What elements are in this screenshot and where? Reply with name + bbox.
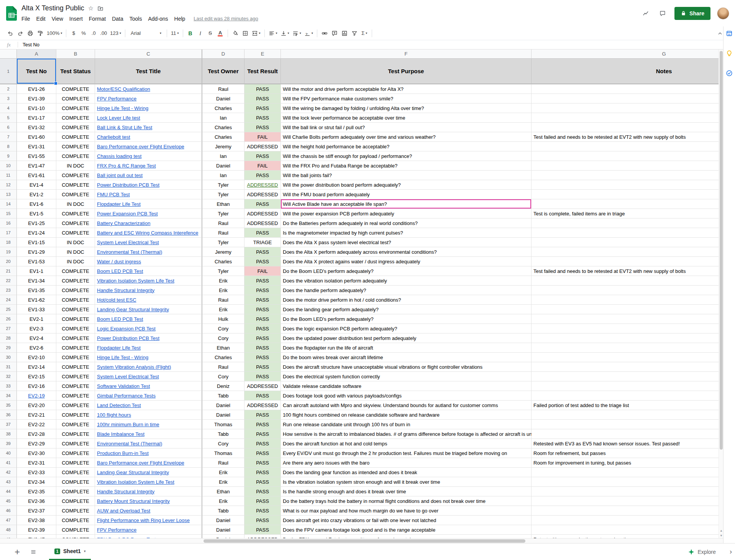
cell-E48[interactable]: PASS (244, 525, 281, 535)
cell-G12[interactable] (532, 180, 723, 190)
cell-E34[interactable]: PASS (244, 391, 281, 401)
row-header-13[interactable]: 13 (0, 190, 17, 199)
cell-E20[interactable]: PASS (244, 257, 281, 266)
cell-C48[interactable]: FPV Performance (95, 525, 202, 535)
row-header-23[interactable]: 23 (0, 286, 17, 295)
cell-F21[interactable]: Do the Boom LED's perform adequately? (281, 266, 532, 276)
zoom-select-button[interactable]: 100%▾ (45, 28, 64, 38)
cell-A6[interactable]: EV1-32 (17, 123, 56, 132)
cell-D43[interactable]: Erik (202, 477, 244, 487)
cell-A42[interactable]: EV2-33 (17, 468, 56, 477)
row-header-25[interactable]: 25 (0, 305, 17, 314)
insights-icon[interactable] (641, 8, 651, 18)
cell-G35[interactable]: Failed portion of test added to the tria… (532, 401, 723, 410)
cell-G4[interactable] (532, 103, 723, 113)
calendar-icon[interactable]: 31 (725, 30, 733, 37)
cell-D19[interactable]: Jeremy (202, 247, 244, 257)
cell-C39[interactable]: Environmental Test (Thermal) (95, 439, 202, 448)
row-header-34[interactable]: 34 (0, 391, 17, 401)
row-header-46[interactable]: 46 (0, 506, 17, 516)
cell-D48[interactable]: Daniel (202, 525, 244, 535)
row-header-39[interactable]: 39 (0, 439, 17, 448)
cell-A4[interactable]: EV1-10 (17, 103, 56, 113)
cell-A39[interactable]: EV2-29 (17, 439, 56, 448)
cell-E4[interactable]: PASS (244, 103, 281, 113)
cell-F12[interactable]: Will the power distribution board perfor… (281, 180, 532, 190)
cell-G46[interactable] (532, 506, 723, 516)
cell-A28[interactable]: EV2-4 (17, 333, 56, 343)
cell-A20[interactable]: EV1-53 (17, 257, 56, 266)
menu-data[interactable]: Data (109, 15, 126, 23)
cell-C44[interactable]: Handle Structural Integrity (95, 487, 202, 496)
cell-D30[interactable]: Charles (202, 353, 244, 362)
cell-C22[interactable]: Vibration Isolation System Life Test (95, 276, 202, 286)
cell-C15[interactable]: Power Expansion PCB Test (95, 209, 202, 218)
cell-D6[interactable]: Charles (202, 123, 244, 132)
cell-E44[interactable]: PASS (244, 487, 281, 496)
cell-D9[interactable]: Ian (202, 151, 244, 161)
row-header-3[interactable]: 3 (0, 94, 17, 103)
cell-E3[interactable]: PASS (244, 94, 281, 103)
cell-G5[interactable] (532, 113, 723, 123)
cell-E32[interactable]: PASS (244, 372, 281, 381)
cell-F30[interactable]: Do the boom wires break over aircraft li… (281, 353, 532, 362)
cell-C18[interactable]: System Level Electrical Test (95, 238, 202, 247)
cell-F20[interactable]: Does the Alta X protect agains water / d… (281, 257, 532, 266)
row-header-8[interactable]: 8 (0, 142, 17, 151)
font-select-button[interactable]: Arial▾ (128, 28, 164, 38)
cell-D28[interactable]: Cory (202, 333, 244, 343)
cell-A33[interactable]: EV2-16 (17, 381, 56, 391)
document-title[interactable]: Alta X Testing Public (21, 4, 84, 12)
cell-C30[interactable]: Hinge Life Test - Wiring (95, 353, 202, 362)
cell-D4[interactable]: Charles (202, 103, 244, 113)
cell-F35[interactable]: Can aircraft autoland with Mpro and skyv… (281, 401, 532, 410)
cell-A38[interactable]: EV2-28 (17, 429, 56, 439)
cell-B27[interactable]: COMPLETE (56, 324, 95, 333)
cell-E14[interactable]: PASS (244, 199, 281, 209)
row-header-48[interactable]: 48 (0, 525, 17, 535)
menu-format[interactable]: Format (86, 15, 109, 23)
cell-F5[interactable]: Will the lock lever performance be accep… (281, 113, 532, 123)
cell-G7[interactable]: Test failed and needs to be retested at … (532, 132, 723, 142)
cell-G44[interactable] (532, 487, 723, 496)
cell-B15[interactable]: COMPLETE (56, 209, 95, 218)
cell-A44[interactable]: EV2-35 (17, 487, 56, 496)
cell-B23[interactable]: COMPLETE (56, 286, 95, 295)
row-header-5[interactable]: 5 (0, 113, 17, 123)
format-currency-button[interactable]: $ (69, 28, 79, 38)
move-folder-icon[interactable] (97, 5, 103, 11)
row-header-20[interactable]: 20 (0, 257, 17, 266)
cell-B49[interactable]: COMPLETE (56, 535, 95, 538)
row-header-45[interactable]: 45 (0, 496, 17, 506)
strikethrough-button[interactable]: S (205, 28, 215, 38)
cell-G3[interactable] (532, 94, 723, 103)
cell-E15[interactable]: ADDRESSED (244, 209, 281, 218)
cell-B19[interactable]: IN DOC (56, 247, 95, 257)
cell-F16[interactable]: Do the Batteries perform adequately in r… (281, 218, 532, 228)
cell-C34[interactable]: Gimbal Performance Tests (95, 391, 202, 401)
cell-A19[interactable]: EV1-29 (17, 247, 56, 257)
cell-B34[interactable]: COMPLETE (56, 391, 95, 401)
cell-G6[interactable] (532, 123, 723, 132)
cell-D41[interactable]: Raul (202, 458, 244, 468)
cell-B6[interactable]: COMPLETE (56, 123, 95, 132)
cell-E29[interactable]: PASS (244, 343, 281, 353)
cell-C10[interactable]: FRX Pro & RC Range Test (95, 161, 202, 171)
cell-C21[interactable]: Boom LED PCB Test (95, 266, 202, 276)
cell-G25[interactable] (532, 305, 723, 314)
cell-A37[interactable]: EV2-22 (17, 420, 56, 429)
cell-E41[interactable]: PASS (244, 458, 281, 468)
cell-G29[interactable] (532, 343, 723, 353)
cell-D29[interactable]: Ethan (202, 343, 244, 353)
cell-C46[interactable]: AUW and Overload Test (95, 506, 202, 516)
cell-D14[interactable]: Ethan (202, 199, 244, 209)
cell-D32[interactable]: Cory (202, 372, 244, 381)
row-header-33[interactable]: 33 (0, 381, 17, 391)
row-header-11[interactable]: 11 (0, 171, 17, 180)
cell-D31[interactable]: Raul (202, 362, 244, 372)
create-filter-button[interactable] (349, 28, 359, 38)
column-header-G[interactable]: G (532, 49, 723, 59)
menu-add-ons[interactable]: Add-ons (145, 15, 171, 23)
cell-E25[interactable]: PASS (244, 305, 281, 314)
cell-F13[interactable]: Will the FMU board perform adequately (281, 190, 532, 199)
